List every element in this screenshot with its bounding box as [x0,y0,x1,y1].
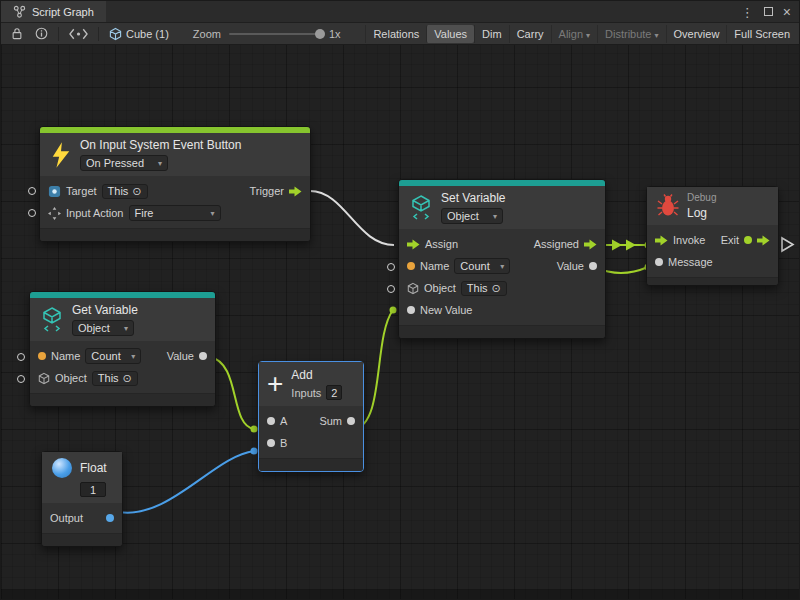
input-system-icon [48,185,61,198]
a-port[interactable] [267,417,275,425]
variable-cube-icon [40,307,64,333]
assigned-port[interactable] [584,239,597,250]
tab-script-graph[interactable]: Script Graph [1,1,106,22]
distribute-button[interactable]: Distribute [597,25,665,43]
node-title: Get Variable [72,303,138,317]
object-chip[interactable]: This [92,371,138,386]
input-action-dropdown[interactable]: Fire [129,205,221,221]
port-row-input-action: Input Action Fire [40,202,310,224]
zoom-slider[interactable] [229,33,321,35]
node-on-input-system-event-button[interactable]: On Input System Event Button On Pressed … [39,126,311,242]
node-body: A Sum B [259,406,363,458]
variable-name-dropdown[interactable]: Count [85,348,141,364]
node-add[interactable]: + Add Inputs 2 A Sum B [258,361,364,472]
port-row-name: Name Count Value [30,345,215,367]
message-port[interactable] [655,258,663,266]
name-input-port[interactable] [387,263,395,271]
values-button[interactable]: Values [426,25,474,43]
connections-icon[interactable] [63,23,94,44]
overview-button[interactable]: Overview [666,25,727,43]
lock-icon[interactable] [5,23,29,44]
plus-icon: + [267,371,283,397]
float-icon [52,458,72,478]
relations-button[interactable]: Relations [365,25,426,43]
align-button[interactable]: Align [551,25,597,43]
sum-port[interactable] [347,417,355,425]
node-footer [259,458,363,471]
variable-scope-dropdown[interactable]: Object [72,320,134,336]
port-label: Exit [721,234,739,246]
node-title: Float [80,461,107,475]
node-body: Output [42,503,122,533]
port-row-object: Object This [399,277,605,299]
port-row-object: Object This [30,367,215,389]
name-port[interactable] [38,352,46,360]
object-input-port[interactable] [387,285,395,293]
trigger-port[interactable] [289,186,302,197]
graph-canvas[interactable]: On Input System Event Button On Pressed … [1,45,800,600]
port-label: Sum [319,415,342,427]
toolbar-buttons: Relations Values Dim Carry Align Distrib… [365,23,797,44]
target-input-port[interactable] [28,187,36,195]
new-value-port[interactable] [407,306,415,314]
port-label: New Value [420,304,472,316]
maximize-icon[interactable] [764,7,773,16]
value-port[interactable] [589,262,597,270]
zoom-value: 1x [329,28,341,40]
node-header: Get Variable Object [30,298,215,341]
variable-scope-dropdown[interactable]: Object [441,208,503,224]
invoke-port[interactable] [655,235,668,246]
object-input-port[interactable] [17,375,25,383]
full-screen-button[interactable]: Full Screen [726,25,797,43]
close-icon[interactable] [783,3,791,21]
object-name: Cube (1) [126,28,169,40]
node-get-variable[interactable]: Get Variable Object Name Count Value Obj… [29,291,216,407]
action-input-port[interactable] [28,209,36,217]
port-row-target: Target This Trigger [40,180,310,202]
object-breadcrumb[interactable]: Cube (1) [103,23,175,44]
graph-toolbar: Cube (1) Zoom 1x Relations Values Dim Ca… [1,23,800,45]
event-mode-dropdown[interactable]: On Pressed [80,155,168,171]
name-input-port[interactable] [17,353,25,361]
node-footer [40,228,310,241]
variable-name-dropdown[interactable]: Count [454,258,510,274]
exit-port[interactable] [757,235,770,246]
port-row-a: A Sum [259,410,363,432]
node-title: Add [291,368,342,382]
zoom-slider-knob[interactable] [315,29,325,39]
value-port[interactable] [199,352,207,360]
node-title: On Input System Event Button [80,138,241,152]
assign-port[interactable] [407,239,420,250]
node-footer [30,393,215,406]
tab-title: Script Graph [32,6,94,18]
node-header: Float 1 [42,452,122,503]
window-controls [741,1,800,22]
port-label: Value [557,260,584,272]
port-label: Message [668,256,713,268]
output-port[interactable] [106,514,114,522]
variable-cube-icon [409,195,433,221]
object-chip[interactable]: This [461,281,507,296]
port-row-message: Message [647,251,778,273]
name-port[interactable] [407,262,415,270]
port-row-output: Output [42,507,122,529]
float-value-field[interactable]: 1 [80,482,106,497]
inputs-count-field[interactable]: 2 [326,385,342,400]
exit-port-dot[interactable] [744,236,752,244]
node-category: Debug [687,192,716,203]
port-row-b: B [259,432,363,454]
tab-bar: Script Graph [1,1,800,23]
window-menu-icon[interactable] [741,3,754,21]
port-label: Output [50,512,83,524]
node-body: Target This Trigger Input Action Fire [40,176,310,228]
node-float[interactable]: Float 1 Output [41,451,123,547]
port-row-name: Name Count Value [399,255,605,277]
b-port[interactable] [267,439,275,447]
script-graph-window: Script Graph Cube (1) Zoom 1x Rela [0,0,800,600]
dim-button[interactable]: Dim [474,25,509,43]
node-debug-log[interactable]: Debug Log Invoke Exit Message [646,186,779,286]
target-object-chip[interactable]: This [102,184,148,199]
carry-button[interactable]: Carry [509,25,551,43]
node-set-variable[interactable]: Set Variable Object Assign Assigned Name… [398,179,606,339]
info-icon[interactable] [29,23,54,44]
